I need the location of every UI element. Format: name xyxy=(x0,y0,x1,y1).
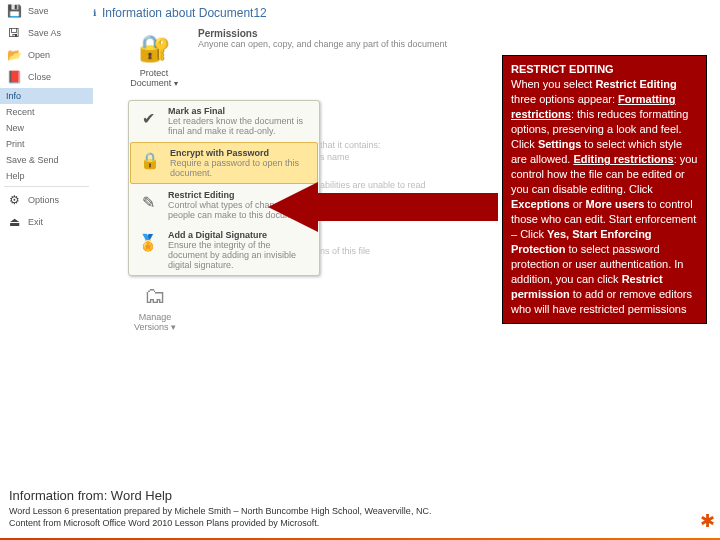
menu-label: Exit xyxy=(28,217,43,227)
chevron-down-icon: ▾ xyxy=(174,79,178,88)
gear-icon: ⚙ xyxy=(6,192,22,208)
menu-item-digital-signature[interactable]: 🏅 Add a Digital SignatureEnsure the inte… xyxy=(129,225,319,275)
menu-item-save-as[interactable]: 🖫Save As xyxy=(0,22,93,44)
menu-item-help[interactable]: Help xyxy=(0,168,93,184)
page-title-strip: ℹ Information about Document12 xyxy=(93,0,267,26)
popup-desc: Let readers know the document is final a… xyxy=(168,116,312,136)
menu-label: Options xyxy=(28,195,59,205)
popup-desc: Ensure the integrity of the document by … xyxy=(168,240,312,270)
menu-item-encrypt-password[interactable]: 🔒 Encrypt with PasswordRequire a passwor… xyxy=(130,142,318,184)
menu-item-save[interactable]: 💾Save xyxy=(0,0,93,22)
manage-label-1: Manage xyxy=(139,312,172,322)
ribbon-icon: 🏅 xyxy=(136,230,160,254)
menu-item-info[interactable]: Info xyxy=(0,88,93,104)
menu-item-options[interactable]: ⚙Options xyxy=(0,189,93,211)
menu-label: Print xyxy=(6,139,25,149)
permissions-heading: Permissions xyxy=(198,28,447,39)
callout-title: RESTRICT EDITING xyxy=(511,63,614,75)
credit-line-1: Information from: Word Help xyxy=(9,488,172,503)
save-as-icon: 🖫 xyxy=(6,25,22,41)
menu-item-save-send[interactable]: Save & Send xyxy=(0,152,93,168)
menu-label: Recent xyxy=(6,107,35,117)
arrow-head-icon xyxy=(268,182,318,232)
callout-box: RESTRICT EDITING When you select Restric… xyxy=(502,55,707,324)
menu-label: Close xyxy=(28,72,51,82)
pencil-icon: ✎ xyxy=(136,190,160,214)
menu-label: Save As xyxy=(28,28,61,38)
menu-item-new[interactable]: New xyxy=(0,120,93,136)
popup-desc: Require a password to open this document… xyxy=(170,158,310,178)
menu-item-open[interactable]: 📂Open xyxy=(0,44,93,66)
protect-label-1: Protect xyxy=(140,68,169,78)
popup-title: Add a Digital Signature xyxy=(168,230,267,240)
asterisk-icon: ✱ xyxy=(700,510,715,532)
menu-separator xyxy=(4,186,89,187)
credit-line-2: Word Lesson 6 presentation prepared by M… xyxy=(9,505,449,529)
menu-item-close[interactable]: 📕Close xyxy=(0,66,93,88)
save-icon: 💾 xyxy=(6,3,22,19)
menu-label: Help xyxy=(6,171,25,181)
callout-arrow xyxy=(268,182,498,232)
menu-item-print[interactable]: Print xyxy=(0,136,93,152)
menu-label: Open xyxy=(28,50,50,60)
lock-icon: 🔒 xyxy=(138,148,162,172)
info-icon: ℹ xyxy=(93,8,96,18)
protect-label-2: Document xyxy=(130,78,171,88)
popup-title: Mark as Final xyxy=(168,106,225,116)
protect-document-button[interactable]: 🔐 Protect Document ▾ xyxy=(120,28,188,89)
menu-label: New xyxy=(6,123,24,133)
page-title: Information about Document12 xyxy=(102,6,267,20)
popup-title: Encrypt with Password xyxy=(170,148,269,158)
permissions-desc: Anyone can open, copy, and change any pa… xyxy=(198,39,447,49)
menu-item-recent[interactable]: Recent xyxy=(0,104,93,120)
popup-title: Restrict Editing xyxy=(168,190,235,200)
open-icon: 📂 xyxy=(6,47,22,63)
ghost-text: s name xyxy=(320,152,350,163)
menu-item-mark-final[interactable]: ✔ Mark as FinalLet readers know the docu… xyxy=(129,101,319,141)
permissions-block: 🔐 Protect Document ▾ Permissions Anyone … xyxy=(120,28,447,89)
menu-label: Save xyxy=(28,6,49,16)
menu-label: Save & Send xyxy=(6,155,59,165)
close-icon: 📕 xyxy=(6,69,22,85)
callout-body: When you select Restrict Editing three o… xyxy=(511,78,697,315)
manage-label-2: Versions ▾ xyxy=(134,322,176,332)
check-icon: ✔ xyxy=(136,106,160,130)
exit-icon: ⏏ xyxy=(6,214,22,230)
file-menu: 💾Save 🖫Save As 📂Open 📕Close Info Recent … xyxy=(0,0,93,233)
folder-icon: 🗂 xyxy=(137,280,173,312)
ghost-text: that it contains: xyxy=(320,140,381,151)
menu-item-exit[interactable]: ⏏Exit xyxy=(0,211,93,233)
ghost-text: ns of this file xyxy=(320,246,370,257)
manage-versions-button[interactable]: 🗂 Manage Versions ▾ xyxy=(126,280,184,332)
menu-label: Info xyxy=(6,91,21,101)
lock-icon: 🔐 xyxy=(134,28,174,68)
arrow-bar xyxy=(318,193,498,221)
